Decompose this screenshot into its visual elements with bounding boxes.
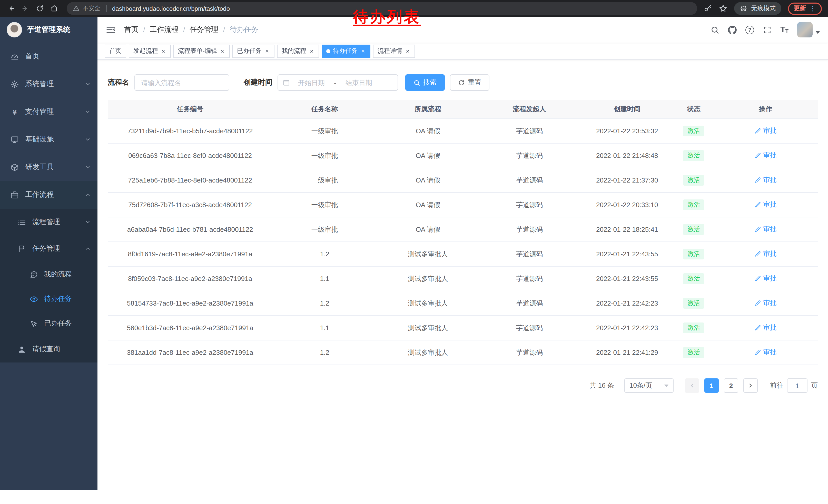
pagination: 共 16 条 10条/页 1 2 前往	[108, 378, 818, 393]
refresh-icon	[458, 79, 465, 86]
browser-menu-icon[interactable]: ⋮	[810, 5, 816, 12]
start-date-input[interactable]	[291, 79, 332, 86]
page-size-select[interactable]: 10条/页	[624, 378, 673, 393]
sidebar-item-label: 流程管理	[32, 217, 60, 227]
approve-link[interactable]: 审批	[754, 200, 777, 210]
forward-icon[interactable]	[18, 2, 32, 15]
sidebar-item-workflow[interactable]: 工作流程	[0, 181, 97, 209]
caret-down-icon	[816, 31, 820, 34]
help-icon[interactable]: ?	[745, 26, 754, 34]
close-icon[interactable]: ×	[264, 47, 270, 55]
screen: 不安全 dashboard.yudao.iocoder.cn/bpm/task/…	[0, 0, 828, 504]
close-icon[interactable]: ×	[309, 47, 315, 55]
page-jump-input[interactable]	[787, 378, 808, 393]
sidebar-item-my-process[interactable]: 我的流程	[0, 262, 97, 287]
tab-my-process[interactable]: 我的流程×	[277, 44, 319, 58]
edit-pen-icon	[754, 325, 761, 331]
sidebar-item-payment[interactable]: ¥ 支付管理	[0, 98, 97, 126]
logo-avatar	[7, 22, 22, 37]
chevron-down-icon	[85, 109, 91, 115]
cell-actions: 审批	[713, 249, 818, 259]
search-button[interactable]: 搜索	[405, 74, 445, 91]
sidebar-item-system[interactable]: 系统管理	[0, 70, 97, 98]
approve-link[interactable]: 审批	[754, 126, 777, 136]
sidebar-item-process-management[interactable]: 流程管理	[0, 209, 97, 235]
page-jump: 前往 页	[770, 378, 818, 393]
sidebar: 芋道管理系统 首页 系统管理 ¥ 支付管理	[0, 17, 97, 490]
date-range-picker[interactable]: -	[278, 74, 398, 91]
cell-task-name: 一级审批	[273, 225, 377, 234]
font-size-icon[interactable]: TT	[780, 26, 788, 34]
cell-task-id: 381aa1dd-7ac8-11ec-a9e2-a2380e71991a	[108, 349, 273, 356]
github-icon[interactable]	[728, 26, 737, 34]
breadcrumb-home[interactable]: 首页	[124, 25, 138, 34]
cell-task-id: 8f0d1619-7ac8-11ec-a9e2-a2380e71991a	[108, 250, 273, 258]
close-icon[interactable]: ×	[219, 47, 225, 55]
range-separator: -	[333, 79, 337, 86]
approve-link[interactable]: 审批	[754, 323, 777, 332]
filter-bar: 流程名 创建时间 - 搜索 重置	[108, 74, 818, 91]
close-icon[interactable]: ×	[405, 47, 410, 55]
approve-link[interactable]: 审批	[754, 249, 777, 259]
status-badge: 激活	[683, 200, 705, 210]
sidebar-item-home[interactable]: 首页	[0, 43, 97, 70]
sidebar-item-leave-query[interactable]: 请假查询	[0, 336, 97, 363]
cell-created-time: 2022-01-22 20:33:10	[580, 201, 674, 209]
url-text: dashboard.yudao.iocoder.cn/bpm/task/todo	[112, 5, 230, 12]
close-icon[interactable]: ×	[360, 47, 366, 55]
cell-initiator: 芋道源码	[479, 176, 580, 185]
user-menu[interactable]	[797, 22, 820, 37]
tab-process-form-edit[interactable]: 流程表单-编辑×	[173, 44, 230, 58]
create-time-label: 创建时间	[244, 78, 273, 87]
address-bar[interactable]: 不安全 dashboard.yudao.iocoder.cn/bpm/task/…	[67, 2, 697, 15]
hamburger-icon[interactable]	[106, 25, 116, 35]
bookmark-star-icon[interactable]	[719, 4, 728, 13]
reset-button[interactable]: 重置	[450, 74, 489, 91]
home-icon[interactable]	[47, 2, 60, 15]
sidebar-item-label: 任务管理	[32, 244, 60, 253]
chat-icon	[30, 270, 38, 278]
approve-link[interactable]: 审批	[754, 225, 777, 234]
approve-link[interactable]: 审批	[754, 299, 777, 308]
approve-link[interactable]: 审批	[754, 348, 777, 357]
sidebar-item-task-management[interactable]: 任务管理	[0, 235, 97, 262]
flag-icon	[17, 244, 26, 253]
sidebar-item-label: 系统管理	[25, 80, 54, 89]
tab-home[interactable]: 首页	[105, 44, 126, 58]
prev-page-button[interactable]	[685, 378, 699, 393]
breadcrumb-task-management[interactable]: 任务管理	[190, 25, 218, 34]
update-button[interactable]: 更新 ⋮	[788, 2, 822, 15]
sidebar-item-label: 首页	[25, 52, 40, 61]
incognito-badge: 无痕模式	[734, 2, 781, 15]
back-icon[interactable]	[4, 2, 17, 15]
fullscreen-icon[interactable]	[763, 26, 772, 34]
sidebar-item-devtools[interactable]: 研发工具	[0, 153, 97, 181]
tab-process-detail[interactable]: 流程详情×	[373, 44, 415, 58]
approve-link[interactable]: 审批	[754, 151, 777, 160]
avatar[interactable]	[797, 22, 813, 37]
refresh-icon[interactable]	[33, 2, 46, 15]
navbar-right-controls: ? TT	[710, 22, 820, 37]
cell-actions: 审批	[713, 274, 818, 283]
status-badge: 激活	[683, 175, 705, 186]
search-icon[interactable]	[710, 26, 719, 34]
sidebar-item-done-tasks[interactable]: 已办任务	[0, 311, 97, 336]
cell-process: OA 请假	[377, 176, 479, 185]
approve-link[interactable]: 审批	[754, 274, 777, 283]
approve-link[interactable]: 审批	[754, 176, 777, 185]
process-name-input[interactable]	[134, 74, 229, 91]
tab-initiate-process[interactable]: 发起流程×	[129, 44, 171, 58]
page-button-2[interactable]: 2	[724, 378, 738, 393]
sidebar-item-todo-tasks[interactable]: 待办任务	[0, 287, 97, 311]
not-secure-icon	[73, 5, 80, 12]
tab-todo-tasks[interactable]: 待办任务×	[322, 44, 370, 58]
tab-done-tasks[interactable]: 已办任务×	[233, 44, 275, 58]
sidebar-item-infrastructure[interactable]: 基础设施	[0, 126, 97, 153]
next-page-button[interactable]	[743, 378, 758, 393]
password-key-icon[interactable]	[703, 4, 712, 13]
close-icon[interactable]: ×	[161, 47, 166, 55]
end-date-input[interactable]	[338, 79, 379, 86]
page-button-1[interactable]: 1	[704, 378, 719, 393]
cell-status: 激活	[674, 249, 713, 260]
breadcrumb-workflow[interactable]: 工作流程	[150, 25, 178, 34]
